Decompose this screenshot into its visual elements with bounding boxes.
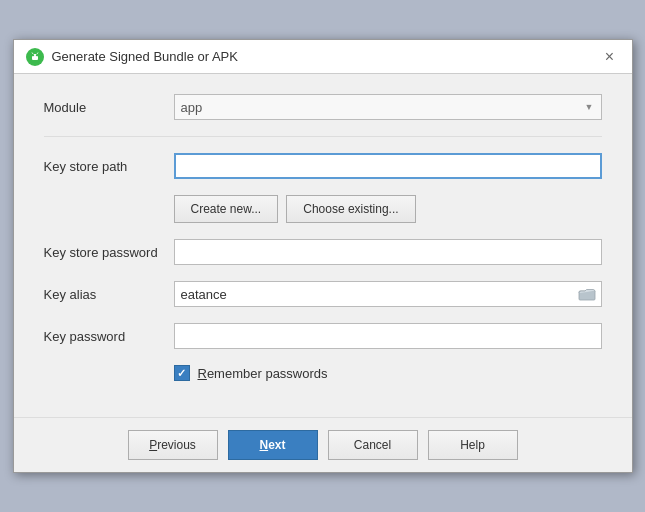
help-button[interactable]: Help [428, 430, 518, 460]
keystore-password-label: Key store password [44, 245, 174, 260]
module-select-wrapper: app [174, 94, 602, 120]
keystore-buttons-row: Create new... Choose existing... [174, 195, 602, 223]
key-alias-wrapper [174, 281, 602, 307]
title-bar: Generate Signed Bundle or APK × [14, 40, 632, 74]
keystore-password-row: Key store password [44, 239, 602, 265]
next-button[interactable]: Next [228, 430, 318, 460]
checkbox-checkmark: ✓ [177, 367, 186, 380]
dialog-content: Module app Key store path Create new... … [14, 74, 632, 417]
svg-point-4 [35, 54, 36, 55]
module-label: Module [44, 100, 174, 115]
remember-passwords-checkbox[interactable]: ✓ [174, 365, 190, 381]
close-button[interactable]: × [600, 47, 620, 67]
folder-browse-icon[interactable] [578, 287, 596, 301]
title-bar-left: Generate Signed Bundle or APK [26, 48, 238, 66]
dialog-footer: Previous Next Cancel Help [14, 417, 632, 472]
key-alias-row: Key alias [44, 281, 602, 307]
remember-passwords-row: ✓ Remember passwords [174, 365, 602, 381]
create-new-button[interactable]: Create new... [174, 195, 279, 223]
module-row: Module app [44, 94, 602, 120]
keystore-path-control [174, 153, 602, 179]
keystore-password-input[interactable] [174, 239, 602, 265]
key-password-control [174, 323, 602, 349]
module-control: app [174, 94, 602, 120]
separator [44, 136, 602, 137]
keystore-password-control [174, 239, 602, 265]
dialog: Generate Signed Bundle or APK × Module a… [13, 39, 633, 473]
previous-button[interactable]: Previous [128, 430, 218, 460]
remember-passwords-label: Remember passwords [198, 366, 328, 381]
cancel-button[interactable]: Cancel [328, 430, 418, 460]
key-alias-input[interactable] [174, 281, 602, 307]
key-alias-label: Key alias [44, 287, 174, 302]
key-password-row: Key password [44, 323, 602, 349]
keystore-path-label: Key store path [44, 159, 174, 174]
keystore-path-row: Key store path [44, 153, 602, 179]
key-password-label: Key password [44, 329, 174, 344]
svg-point-3 [32, 54, 33, 55]
keystore-path-input[interactable] [174, 153, 602, 179]
android-icon [26, 48, 44, 66]
key-alias-control [174, 281, 602, 307]
key-password-input[interactable] [174, 323, 602, 349]
choose-existing-button[interactable]: Choose existing... [286, 195, 415, 223]
dialog-title: Generate Signed Bundle or APK [52, 49, 238, 64]
module-select[interactable]: app [174, 94, 602, 120]
